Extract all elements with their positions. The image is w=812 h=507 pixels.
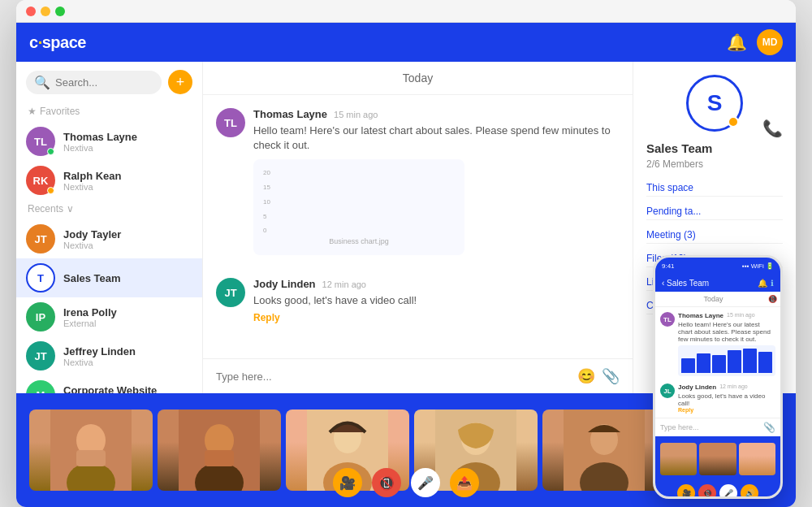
screen-share-button[interactable]: 📤 (450, 468, 479, 497)
phone-bar-6 (758, 352, 772, 373)
user-avatar[interactable]: MD (757, 29, 783, 55)
chat-input[interactable] (216, 370, 569, 383)
chat-input-area: 😊 📎 (203, 358, 633, 393)
chat-messages: TL Thomas Layne 15 min ago Hello team! H… (203, 95, 633, 358)
chat-date-header: Today (203, 62, 633, 95)
phone-message-2: JL Jody Linden 12 min ago Looks good, le… (660, 384, 775, 413)
phone-input-placeholder[interactable]: Type here... (660, 423, 760, 431)
phone-bar-5 (743, 349, 757, 373)
avatar-status-dot (728, 116, 739, 128)
panel-link-meeting[interactable]: Meeting (3) (646, 227, 783, 244)
reply-button[interactable]: Reply (253, 312, 620, 323)
star-icon: ★ (28, 106, 37, 117)
phone-bell-icon[interactable]: 🔔 (758, 279, 767, 288)
end-call-button[interactable]: 📵 (372, 468, 401, 497)
phone-bar-3 (712, 355, 726, 373)
avatar-corporate: M (26, 380, 55, 393)
avatar-jody-t: JT (26, 224, 55, 254)
contact-corporate-website[interactable]: M Corporate Website Nextiva (16, 375, 202, 393)
panel-title: Sales Team (646, 141, 783, 155)
app-header: c·space 🔔 MD (16, 23, 796, 62)
attachment-icon[interactable]: 📎 (602, 367, 620, 385)
phone-end-btn[interactable]: 📵 (698, 484, 716, 499)
msg-text-2: Looks good, let's have a video call! (253, 293, 620, 308)
phone-back-button[interactable]: ‹ Sales Team (662, 279, 709, 288)
phone-bar-4 (728, 350, 741, 373)
phone-reply-button[interactable]: Reply (678, 407, 775, 413)
contact-sub: Nextiva (63, 182, 192, 192)
contact-name: Thomas Layne (63, 131, 192, 143)
video-thumb-1 (29, 410, 153, 491)
phone-attach-icon[interactable]: 📎 (763, 422, 775, 433)
panel-subtitle: 2/6 Members (646, 158, 783, 170)
phone-msg-text-2: Looks good, let's have a video call! (678, 392, 775, 407)
title-bar (16, 0, 796, 23)
phone-end-call-icon[interactable]: 📵 (768, 295, 777, 303)
status-dot (47, 148, 54, 155)
phone-mute-btn[interactable]: 🎤 (719, 484, 737, 499)
phone-info-icon[interactable]: ℹ (771, 279, 774, 288)
video-controls: 🎥 📵 🎤 📤 (333, 468, 479, 497)
msg-avatar-1: TL (216, 108, 245, 137)
sales-team-avatar: S (686, 75, 743, 132)
minimize-btn[interactable] (41, 6, 50, 16)
search-wrap[interactable]: 🔍 (26, 71, 162, 94)
phone-video-1 (660, 443, 697, 475)
notification-icon[interactable]: 🔔 (727, 32, 747, 52)
contact-name: Jeffrey Linden (63, 345, 192, 358)
video-thumb-5 (542, 410, 666, 491)
recents-label: Recents ∨ (16, 200, 202, 219)
contact-jody-tayler[interactable]: JT Jody Tayler Nextiva (16, 219, 202, 258)
msg-text-1: Hello team! Here's our latest chart abou… (253, 124, 620, 153)
msg-time-1: 15 min ago (334, 110, 378, 119)
phone-status-bar: 9:41 ▪▪▪ WiFi 🔋 (655, 258, 780, 274)
phone-avatar-1: TL (660, 312, 675, 327)
search-icon: 🔍 (34, 75, 50, 90)
video-toggle-button[interactable]: 🎥 (333, 468, 362, 497)
phone-avatar-2: JL (660, 384, 675, 398)
chart-label: Business chart.jpg (263, 237, 455, 245)
avatar-sales-team: T (26, 263, 55, 292)
phone-bar-2 (697, 353, 710, 373)
msg-sender-2: Jody Linden (253, 278, 316, 290)
phone-video-3 (739, 443, 775, 475)
contact-ralph-kean[interactable]: RK Ralph Kean Nextiva (16, 161, 202, 200)
phone-chart (678, 345, 775, 376)
avatar-irena: IP (26, 302, 55, 332)
msg-time-2: 12 min ago (322, 280, 366, 289)
sidebar: 🔍 + ★ Favorites TL Thomas Layne (16, 62, 203, 393)
contact-jeffrey-linden[interactable]: JT Jeffrey Linden Nextiva (16, 336, 202, 375)
phone-share-btn[interactable]: 🔊 (741, 484, 758, 499)
emoji-icon[interactable]: 😊 (577, 367, 595, 385)
contact-name: Jody Tayler (63, 228, 192, 240)
video-call-strip: 🎥 📵 🎤 📤 9:41 ▪▪▪ WiFi 🔋 ‹ Sales Team 🔔 ℹ (16, 393, 796, 507)
mute-button[interactable]: 🎤 (411, 468, 440, 497)
phone-icon[interactable]: 📞 (762, 119, 783, 138)
phone-video-controls: 🎥 📵 🎤 🔊 (655, 481, 780, 499)
contact-name: Corporate Website (63, 384, 192, 394)
header-right: 🔔 MD (727, 29, 783, 55)
contact-irena-polly[interactable]: IP Irena Polly External (16, 297, 202, 336)
chart-bars (274, 169, 311, 234)
panel-link-space[interactable]: This space (646, 180, 783, 197)
app-container: c·space 🔔 MD 🔍 + ★ Favorites (16, 23, 796, 507)
contact-sales-team[interactable]: T Sales Team (16, 258, 202, 297)
avatar-jeffrey: JT (26, 341, 55, 370)
contact-name: Sales Team (63, 272, 192, 284)
app-window: c·space 🔔 MD 🔍 + ★ Favorites (16, 0, 796, 507)
phone-bar-1 (681, 358, 695, 373)
phone-msg-text-1: Hello team! Here's our latest chart abou… (678, 321, 775, 343)
panel-link-pending[interactable]: Pending ta... (646, 203, 783, 220)
phone-video-btn[interactable]: 🎥 (677, 484, 695, 499)
search-input[interactable] (55, 76, 153, 89)
contact-name: Irena Polly (63, 306, 192, 318)
close-btn[interactable] (26, 6, 36, 16)
add-button[interactable]: + (168, 70, 192, 94)
phone-msg-time-1: 15 min ago (727, 312, 755, 319)
contact-sub: External (63, 318, 192, 328)
status-dot (47, 187, 54, 194)
contact-name: Ralph Kean (63, 170, 192, 182)
phone-video-strip (655, 436, 780, 481)
maximize-btn[interactable] (55, 6, 65, 16)
contact-thomas-layne[interactable]: TL Thomas Layne Nextiva (16, 122, 202, 161)
